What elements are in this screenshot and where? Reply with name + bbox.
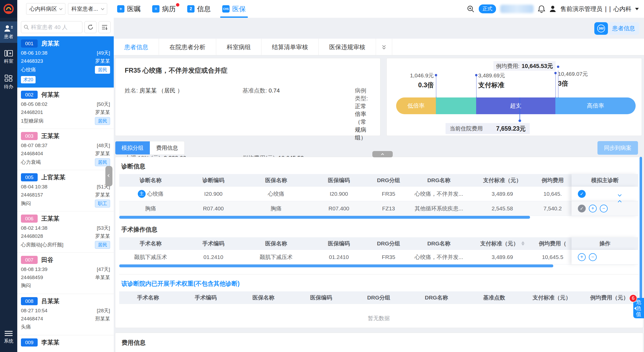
patient-id: 24468028	[21, 233, 43, 239]
patient-card[interactable]: 008吕某某 08-27 10:54[28天] 24468474邢某某 头痛	[17, 294, 114, 335]
remove-icon[interactable]: −	[600, 205, 608, 212]
add-icon[interactable]: +	[578, 253, 586, 261]
chevron-down-icon	[382, 46, 386, 49]
tab-label: 结算清单审核	[272, 43, 308, 51]
patient-card[interactable]: 007田谷 08-08 13:39[47天] 24468459单某某 胸闷	[17, 253, 114, 294]
tab-orders[interactable]: ＋ 医嘱	[117, 0, 141, 18]
patient-list-collapse-handle[interactable]	[105, 166, 112, 186]
avg-fee-callout: 例均费用: 10,645.53元	[493, 61, 556, 71]
surgery-row[interactable]: 颞肌下减压术 01.2410 颞肌下减压术 01.2410 FR35 心绞痛，不…	[119, 250, 638, 264]
bed-number-badge: 008	[21, 297, 38, 305]
tabs-more-button[interactable]	[376, 39, 392, 55]
patient-scope-select[interactable]: 科室患者...	[68, 3, 107, 15]
field-base-points: 基准点数: 0.74	[242, 87, 355, 142]
bed-number-badge: 007	[21, 256, 38, 264]
col-header-sortable[interactable]: 支付标准（元）	[471, 237, 534, 250]
diagnosis: 1型糖尿病	[21, 118, 44, 124]
panel-collapse-handle[interactable]	[372, 151, 393, 157]
admit-date: 08-27 10:54	[21, 308, 47, 314]
tab-medical-records[interactable]: ≡ 病历	[152, 0, 176, 18]
patient-card[interactable]: 006王某某 08-02 14:38[53天] 24468028罗某某 心房颤动…	[17, 211, 114, 253]
col-header: 医保名称	[245, 174, 307, 187]
chevron-down-icon	[59, 7, 62, 10]
patient-scope-value: 科室患者...	[71, 5, 98, 13]
weight-table: 手术名称 手术编码 医保名称 医保编码 DRG分组 DRG名称 基准点数 支付标…	[119, 291, 638, 328]
stay-days: [49天]	[97, 50, 110, 56]
rail-item-system[interactable]: 系统	[0, 327, 17, 347]
unselected-check-icon[interactable]: ✓	[578, 205, 586, 212]
patient-name: 上官某某	[41, 173, 65, 181]
tab-sim-grouping[interactable]: 模拟分组	[115, 141, 150, 154]
badge-360-icon: 360	[594, 22, 608, 35]
insurance-name: 心绞痛	[245, 187, 307, 201]
remove-icon[interactable]: −	[589, 253, 597, 261]
admit-date: 08-07 08:37	[21, 143, 47, 148]
weight-section-title: 该诊断院内已开展手术权重(不包含其他诊断)	[121, 280, 639, 288]
surgery-table: 手术名称 手术编码 医保名称 医保编码 DRG分组 DRG名称 支付标准（元） …	[119, 237, 638, 267]
horizontal-scrollbar[interactable]	[119, 264, 553, 267]
stay-days: [47天]	[97, 266, 110, 273]
patient-360-button[interactable]: 360 患者信息	[594, 22, 639, 35]
tab-settlement-audit[interactable]: 结算清单审核	[261, 39, 319, 55]
rail-item-todo[interactable]: 待办	[0, 71, 17, 93]
insurance-name: 颞肌下减压术	[245, 250, 307, 264]
bell-icon[interactable]	[538, 5, 545, 13]
segment-overrun: 超支	[476, 97, 555, 114]
patient-card[interactable]: 005上官某某 08-04 10:38[51天] 24468157罗某某 胸闷职…	[17, 170, 114, 211]
tab-patient-info[interactable]: 患者信息	[114, 39, 159, 55]
tab-violation-audit[interactable]: 医保违规审核	[319, 39, 376, 55]
zoom-in-icon[interactable]	[467, 5, 475, 13]
tab-insurance[interactable]: CHS 医保	[222, 0, 246, 18]
refresh-button[interactable]	[84, 21, 96, 33]
ward-select[interactable]: 心内科病区	[26, 3, 65, 15]
current-fee-label: 当前住院费用	[450, 125, 483, 132]
patients-icon	[4, 25, 13, 32]
doctor-name: 邢某某	[95, 315, 110, 322]
diagnosis-section-title: 诊断信息	[121, 162, 639, 170]
col-header: 支付标准（元）	[480, 240, 519, 247]
patient-card[interactable]: 009李某某	[17, 335, 114, 352]
patient-search-input[interactable]	[31, 24, 79, 30]
field-label: 病例类型:	[355, 87, 368, 102]
diagnosis-row[interactable]: 胸痛 R07.400 胸痛 R07.400 FZ13 其他循环系统疾患... 2…	[119, 201, 638, 216]
user-info[interactable]: 售前演示管理员 | | 心内科	[560, 5, 639, 13]
rail-item-department[interactable]: 科室	[0, 47, 17, 67]
surgery-code: 01.2410	[182, 250, 245, 264]
user-name: 售前演示管理员	[560, 5, 602, 13]
user-avatar-icon[interactable]	[549, 5, 556, 13]
tab-dept-drg[interactable]: 科室病组	[216, 39, 261, 55]
tab-inpatient-analysis[interactable]: 在院患者分析	[159, 39, 216, 55]
row-move-arrows	[618, 194, 621, 203]
selected-check-icon[interactable]: ✓	[578, 190, 586, 198]
patient-card[interactable]: 003王某某 08-07 08:37[48天] 24468404罗某某 心力衰竭…	[17, 129, 114, 170]
tab-fee-info[interactable]: 费用信息	[150, 141, 184, 154]
patient-search-row	[17, 18, 114, 36]
weight-table-header: 手术名称 手术编码 医保名称 医保编码 DRG分组 DRG名称 基准点数 支付标…	[119, 291, 638, 304]
marker-value: 10,469.07元	[558, 70, 588, 78]
patient-id: 24468201	[21, 109, 43, 115]
add-icon[interactable]: +	[589, 205, 597, 212]
admit-date: 08-02 14:38	[21, 225, 47, 231]
drg-group: FR35	[370, 250, 407, 264]
patient-search-box[interactable]	[21, 21, 82, 33]
sync-to-record-button[interactable]: 同步到病案	[597, 141, 638, 155]
separator: |	[609, 5, 611, 13]
simulation-panel: 诊断信息 诊断名称 诊断编码 医保名称 医保编码 DRG分组 DRG名称 支付标…	[115, 157, 643, 328]
sort-button[interactable]	[99, 21, 111, 33]
patient-card[interactable]: 001房某某 08-06 10:38[49天] 24468323罗某某 心绞痛居…	[17, 36, 114, 88]
chevron-up-icon[interactable]	[618, 200, 622, 204]
empty-data-text: 暂无数据	[119, 304, 638, 328]
tab-info[interactable]: 2 信息	[187, 0, 211, 18]
bed-number-badge: 003	[21, 132, 38, 140]
doctor-name: 罗某某	[95, 192, 110, 198]
diagnosis-code: R07.400	[182, 201, 245, 216]
diagnosis-row[interactable]: 主心绞痛 I20.900 心绞痛 I20.900 FR35 心绞痛，不伴并发..…	[119, 187, 638, 201]
patient-id: 24468323	[21, 58, 43, 64]
vertical-scrollbar[interactable]	[640, 157, 642, 311]
horizontal-scrollbar[interactable]	[119, 216, 530, 219]
admit-date: 08-04 10:38	[21, 184, 47, 190]
patient-card[interactable]: 002何某某 08-05 08:02[50天] 24468201罗某某 1型糖尿…	[17, 88, 114, 129]
critical-values-tab[interactable]: 6 危急值	[633, 298, 644, 318]
col-header: 诊断编码	[182, 174, 245, 187]
rail-item-patients[interactable]: 患者	[0, 21, 17, 43]
